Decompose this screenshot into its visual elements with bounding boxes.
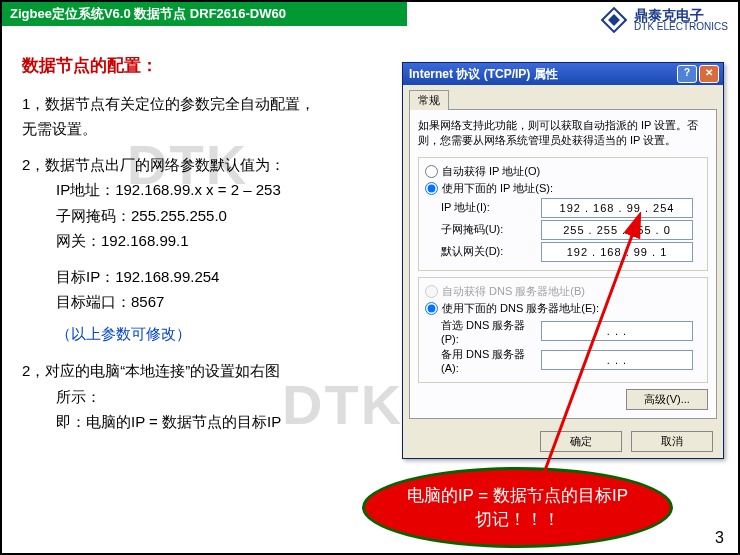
section-title: 数据节点的配置： [22, 52, 382, 81]
dialog-desc: 如果网络支持此功能，则可以获取自动指派的 IP 设置。否则，您需要从网络系统管理… [418, 118, 708, 149]
target-port: 目标端口：8567 [22, 289, 382, 315]
lbl-dns1: 首选 DNS 服务器(P): [425, 318, 541, 345]
mask-line: 子网掩码：255.255.255.0 [22, 203, 382, 229]
tab-row: 常规 [403, 85, 723, 109]
para-3a: 2，对应的电脑“本地连接”的设置如右图 [22, 358, 382, 384]
lbl-gw: 默认网关(D): [425, 244, 541, 259]
input-mask[interactable]: 255 . 255 . 255 . 0 [541, 220, 693, 240]
content-area: DTK DTK 数据节点的配置： 1，数据节点有关定位的参数完全自动配置， 无需… [2, 32, 738, 553]
target-ip: 目标IP：192.168.99.254 [22, 264, 382, 290]
tab-general[interactable]: 常规 [409, 90, 449, 110]
dialog-titlebar: Internet 协议 (TCP/IP) 属性 ? ✕ [403, 63, 723, 85]
para-2: 2，数据节点出厂的网络参数默认值为： [22, 152, 382, 178]
logo-icon [600, 6, 628, 34]
para-3b: 所示： [22, 384, 382, 410]
opt-auto-ip[interactable]: 自动获得 IP 地址(O) [425, 164, 701, 179]
callout-bubble: 电脑的IP = 数据节点的目标IP 切记！！！ [362, 467, 673, 548]
svg-rect-1 [608, 14, 620, 26]
advanced-button[interactable]: 高级(V)... [626, 389, 708, 410]
callout-line2: 切记！！！ [365, 508, 670, 532]
dialog-title: Internet 协议 (TCP/IP) 属性 [407, 66, 675, 83]
logo-cn: 鼎泰克电子 [634, 8, 728, 22]
input-ip[interactable]: 192 . 168 . 99 . 254 [541, 198, 693, 218]
callout-line1: 电脑的IP = 数据节点的目标IP [365, 484, 670, 508]
page-number: 3 [715, 529, 724, 547]
lbl-dns2: 备用 DNS 服务器(A): [425, 347, 541, 374]
para-1b: 无需设置。 [22, 116, 382, 142]
radio-auto-ip[interactable] [425, 165, 438, 178]
radio-auto-dns [425, 285, 438, 298]
ip-fieldset: 自动获得 IP 地址(O) 使用下面的 IP 地址(S): IP 地址(I): … [418, 157, 708, 271]
row-ip: IP 地址(I): 192 . 168 . 99 . 254 [425, 198, 701, 218]
lbl-mask: 子网掩码(U): [425, 222, 541, 237]
dns-fieldset: 自动获得 DNS 服务器地址(B) 使用下面的 DNS 服务器地址(E): 首选… [418, 277, 708, 383]
para-3c: 即：电脑的IP = 数据节点的目标IP [22, 409, 382, 435]
slide: Zigbee定位系统V6.0 数据节点 DRF2616-DW60 鼎泰克电子 D… [0, 0, 740, 555]
close-icon[interactable]: ✕ [699, 65, 719, 83]
logo-en: DTK ELECTRONICS [634, 22, 728, 32]
ok-button[interactable]: 确定 [540, 431, 622, 452]
opt-use-dns[interactable]: 使用下面的 DNS 服务器地址(E): [425, 301, 701, 316]
lbl-ip: IP 地址(I): [425, 200, 541, 215]
radio-use-dns[interactable] [425, 302, 438, 315]
cancel-button[interactable]: 取消 [631, 431, 713, 452]
radio-use-ip[interactable] [425, 182, 438, 195]
gw-line: 网关：192.168.99.1 [22, 228, 382, 254]
opt-auto-dns: 自动获得 DNS 服务器地址(B) [425, 284, 701, 299]
input-dns1[interactable]: . . . [541, 321, 693, 341]
row-gw: 默认网关(D): 192 . 168 . 99 . 1 [425, 242, 701, 262]
note: （以上参数可修改） [22, 321, 382, 347]
tab-body: 如果网络支持此功能，则可以获取自动指派的 IP 设置。否则，您需要从网络系统管理… [409, 109, 717, 419]
para-1a: 1，数据节点有关定位的参数完全自动配置， [22, 91, 382, 117]
logo: 鼎泰克电子 DTK ELECTRONICS [600, 6, 728, 34]
tcpip-dialog: Internet 协议 (TCP/IP) 属性 ? ✕ 常规 如果网络支持此功能… [402, 62, 724, 459]
input-gw[interactable]: 192 . 168 . 99 . 1 [541, 242, 693, 262]
header-title: Zigbee定位系统V6.0 数据节点 DRF2616-DW60 [10, 6, 286, 21]
left-column: 数据节点的配置： 1，数据节点有关定位的参数完全自动配置， 无需设置。 2，数据… [22, 52, 382, 435]
row-dns2: 备用 DNS 服务器(A): . . . [425, 347, 701, 374]
row-mask: 子网掩码(U): 255 . 255 . 255 . 0 [425, 220, 701, 240]
opt-use-ip[interactable]: 使用下面的 IP 地址(S): [425, 181, 701, 196]
dialog-buttons: 确定 取消 [403, 425, 723, 458]
help-icon[interactable]: ? [677, 65, 697, 83]
row-dns1: 首选 DNS 服务器(P): . . . [425, 318, 701, 345]
ip-line: IP地址：192.168.99.x x = 2 – 253 [22, 177, 382, 203]
input-dns2[interactable]: . . . [541, 350, 693, 370]
